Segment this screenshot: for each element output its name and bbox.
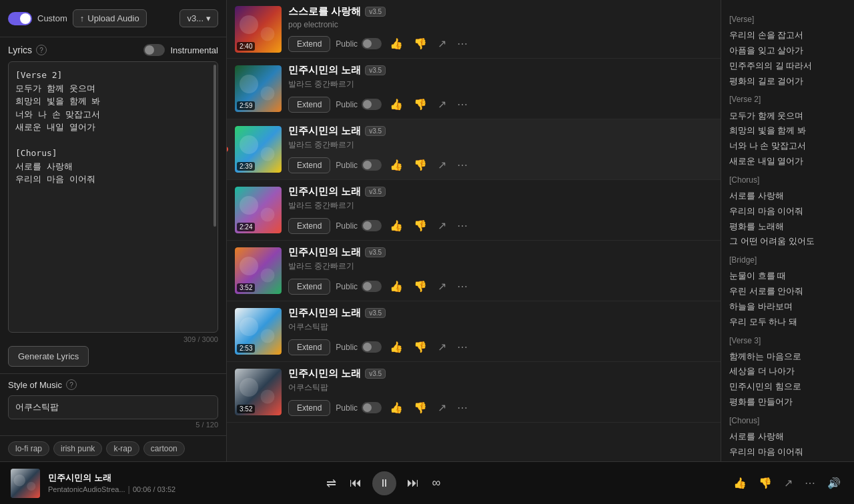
public-switch-3[interactable]: [362, 220, 382, 231]
more-icon-3[interactable]: ⋯: [454, 217, 470, 235]
song-duration-2: 2:39: [237, 162, 255, 171]
like-icon-6[interactable]: 👍: [387, 399, 406, 417]
lyrics-textarea[interactable]: [Verse 2] 모두가 함께 웃으며 희망의 빛을 함께 봐 너와 나 손 …: [9, 62, 218, 332]
public-switch-6[interactable]: [362, 402, 382, 413]
share-icon-0[interactable]: ↗: [435, 35, 449, 53]
style-tag-lofi[interactable]: lo-fi rap: [8, 441, 49, 456]
prev-button[interactable]: ⏮: [347, 473, 364, 493]
like-icon-3[interactable]: 👍: [387, 217, 406, 235]
v1l1: 우리의 손을 잡고서: [729, 29, 846, 43]
like-icon-0[interactable]: 👍: [387, 35, 406, 53]
song-thumbnail-0: 2:40: [235, 6, 282, 53]
dislike-icon-1[interactable]: 👎: [411, 95, 430, 113]
share-icon-5[interactable]: ↗: [435, 338, 449, 356]
instrumental-toggle[interactable]: [143, 44, 165, 56]
player-like-button[interactable]: 👍: [731, 474, 749, 492]
style-section: Style of Music ? 어쿠스틱팝 5 / 120: [0, 373, 226, 435]
public-toggle-1: Public: [336, 99, 382, 110]
like-icon-2[interactable]: 👍: [387, 156, 406, 174]
extend-button-2[interactable]: Extend: [288, 157, 330, 173]
dislike-icon-0[interactable]: 👎: [411, 35, 430, 53]
player-more-button[interactable]: ⋯: [802, 474, 818, 492]
custom-toggle[interactable]: [8, 12, 32, 25]
version-badge-5: v3.5: [365, 308, 386, 318]
next-button[interactable]: ⏭: [404, 473, 422, 493]
generate-lyrics-button[interactable]: Generate Lyrics: [8, 346, 89, 367]
player-share-button[interactable]: ↗: [781, 474, 795, 492]
public-switch-1[interactable]: [362, 99, 382, 110]
play-pause-button[interactable]: ⏸: [372, 471, 396, 495]
song-genre-0: pop electronic: [288, 20, 713, 29]
public-switch-2[interactable]: [362, 159, 382, 171]
song-item-4[interactable]: 3:52 민주시민의 노래 v3.5 발라드 중간빠르기 Extend Publ…: [227, 241, 721, 301]
style-help-icon[interactable]: ?: [66, 379, 77, 390]
public-label-3: Public: [336, 221, 358, 231]
verse3-label: [Verse 3]: [729, 335, 846, 347]
more-icon-4[interactable]: ⋯: [454, 277, 470, 295]
more-icon-2[interactable]: ⋯: [454, 156, 470, 174]
song-item-6[interactable]: 3:52 민주시민의 노래 v3.5 어쿠스틱팝 Extend Public 👍…: [227, 362, 721, 423]
version-selector[interactable]: v3... ▾: [179, 9, 218, 27]
public-switch-4[interactable]: [362, 281, 382, 292]
loop-button[interactable]: ∞: [430, 473, 444, 493]
style-tags-row: lo-fi rap irish punk k-rap cartoon: [0, 435, 226, 461]
dislike-icon-4[interactable]: 👎: [411, 277, 430, 295]
upload-audio-button[interactable]: ↑ Upload Audio: [73, 9, 147, 27]
lyrics-scrollbar[interactable]: [214, 65, 216, 227]
dislike-icon-2[interactable]: 👎: [411, 156, 430, 174]
song-thumbnail-2: 2:39: [235, 126, 282, 173]
more-icon-6[interactable]: ⋯: [454, 399, 470, 417]
style-tag-irish[interactable]: irish punk: [53, 441, 102, 456]
style-tag-cartoon[interactable]: cartoon: [143, 441, 185, 456]
player-thumb-canvas: [11, 469, 40, 498]
ch1l3: 평화를 노래해: [729, 220, 846, 234]
player-subtitle: PentatonicAudioStrea...: [48, 485, 125, 493]
verse2-label: [Verse 2]: [729, 93, 846, 106]
song-item-1[interactable]: 2:59 민주시민의 노래 v3.5 발라드 중간빠르기 Extend Publ…: [227, 59, 721, 119]
public-toggle-2: Public: [336, 159, 382, 171]
lyrics-help-icon[interactable]: ?: [36, 45, 47, 55]
song-thumbnail-6: 3:52: [235, 369, 282, 415]
song-item-2[interactable]: 2:39 민주시민의 노래 v3.5 발라드 중간빠르기 Extend Publ…: [227, 119, 721, 180]
player-dislike-button[interactable]: 👎: [756, 474, 775, 492]
instrumental-toggle-group: Instrumental: [143, 44, 218, 56]
song-item-3[interactable]: 2:24 민주시민의 노래 v3.5 발라드 중간빠르기 Extend Publ…: [227, 180, 721, 241]
public-switch-0[interactable]: [362, 38, 382, 49]
extend-button-4[interactable]: Extend: [288, 279, 330, 295]
more-icon-1[interactable]: ⋯: [454, 95, 470, 113]
dislike-icon-6[interactable]: 👎: [411, 399, 430, 417]
dislike-icon-5[interactable]: 👎: [411, 338, 430, 356]
song-item-5[interactable]: 2:53 민주시민의 노래 v3.5 어쿠스틱팝 Extend Public 👍…: [227, 301, 721, 362]
share-icon-1[interactable]: ↗: [435, 95, 449, 113]
song-info-3: 민주시민의 노래 v3.5 발라드 중간빠르기 Extend Public 👍 …: [288, 185, 713, 235]
more-icon-5[interactable]: ⋯: [454, 338, 470, 356]
share-icon-4[interactable]: ↗: [435, 277, 449, 295]
song-duration-5: 2:53: [237, 344, 255, 353]
share-icon-2[interactable]: ↗: [435, 156, 449, 174]
left-panel: Custom ↑ Upload Audio v3... ▾ Lyrics ?: [0, 0, 227, 461]
share-icon-3[interactable]: ↗: [435, 217, 449, 235]
like-icon-1[interactable]: 👍: [387, 95, 406, 113]
extend-button-0[interactable]: Extend: [288, 36, 330, 52]
dislike-icon-3[interactable]: 👎: [411, 217, 430, 235]
share-icon-6[interactable]: ↗: [435, 399, 449, 417]
extend-button-6[interactable]: Extend: [288, 400, 330, 416]
extend-button-1[interactable]: Extend: [288, 97, 330, 113]
player-volume-button[interactable]: 🔊: [825, 474, 843, 492]
more-icon-0[interactable]: ⋯: [454, 35, 470, 53]
like-icon-4[interactable]: 👍: [387, 277, 406, 295]
song-title-row-2: 민주시민의 노래 v3.5: [288, 125, 713, 137]
extend-button-5[interactable]: Extend: [288, 339, 330, 355]
style-tag-krap[interactable]: k-rap: [106, 441, 139, 456]
style-input[interactable]: 어쿠스틱팝: [8, 395, 218, 419]
transfer-button[interactable]: ⇌: [324, 473, 339, 493]
public-label-4: Public: [336, 282, 358, 291]
extend-button-3[interactable]: Extend: [288, 218, 330, 234]
song-title-5: 민주시민의 노래: [288, 307, 361, 319]
song-item-0[interactable]: 2:40 스스로를 사랑해 v3.5 pop electronic Extend…: [227, 0, 721, 59]
like-icon-5[interactable]: 👍: [387, 338, 406, 356]
song-title-3: 민주시민의 노래: [288, 185, 361, 198]
public-switch-5[interactable]: [362, 341, 382, 353]
ch1l2: 우리의 마음 이어줘: [729, 205, 846, 219]
bottom-player: 민주시민의 노래 PentatonicAudioStrea... | 00:06…: [0, 461, 854, 504]
